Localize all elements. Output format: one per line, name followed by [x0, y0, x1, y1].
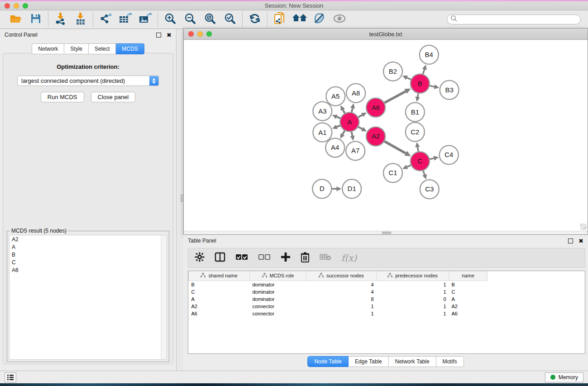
graph-node-C[interactable]: C — [411, 152, 430, 171]
zoom-out-button[interactable] — [183, 13, 197, 26]
svg-text:B4: B4 — [425, 51, 433, 58]
zoom-in-button[interactable] — [163, 13, 177, 26]
network-from-selection-button[interactable] — [273, 13, 287, 26]
zoom-selected-button[interactable] — [223, 13, 237, 26]
table-row[interactable]: Adominator80A — [189, 295, 488, 303]
network-window-titlebar[interactable]: testGlobe.txt — [184, 29, 588, 40]
tab-network[interactable]: Network — [32, 43, 64, 54]
graph-node-A[interactable]: A — [340, 113, 359, 132]
mcds-result-list[interactable]: A2ABCA6 — [9, 235, 167, 360]
table-row[interactable]: Cdominator41C — [189, 288, 488, 295]
home-button[interactable] — [293, 13, 306, 26]
graph-node-C4[interactable]: C4 — [440, 145, 459, 164]
graph-node-B1[interactable]: B1 — [406, 103, 425, 122]
graph-node-B[interactable]: B — [411, 74, 430, 93]
graph-node-B3[interactable]: B3 — [440, 81, 459, 100]
column-header-shared-name[interactable]: shared name — [189, 271, 250, 281]
graph-node-A5[interactable]: A5 — [326, 87, 345, 106]
table-cell: 1 — [377, 288, 449, 295]
float-panel-icon[interactable] — [156, 33, 161, 38]
control-panel-title: Control Panel — [5, 32, 38, 38]
column-view-icon — [215, 252, 225, 264]
graph-node-C1[interactable]: C1 — [383, 163, 402, 182]
table-cell: dominator — [250, 281, 306, 288]
tab-network-table[interactable]: Network Table — [389, 356, 436, 367]
result-item[interactable]: A6 — [10, 266, 167, 274]
graph-node-C3[interactable]: C3 — [420, 180, 439, 199]
dropdown-stepper-icon — [149, 76, 158, 86]
delete-column-button[interactable] — [301, 252, 310, 264]
export-network-button[interactable] — [99, 13, 112, 26]
zoom-fit-button[interactable] — [203, 13, 217, 26]
column-header-successor-nodes[interactable]: successor nodes — [306, 271, 377, 281]
graph-node-C2[interactable]: C2 — [406, 123, 425, 142]
window-resize-grip[interactable] — [580, 224, 587, 230]
table-row[interactable]: Bdominator41B — [189, 281, 488, 288]
add-column-button[interactable] — [281, 252, 291, 264]
node-table: shared nameMCDS rolesuccessor nodesprede… — [188, 271, 585, 354]
close-panel-icon[interactable]: ✖ — [167, 32, 172, 38]
memory-button[interactable]: Memory — [545, 372, 583, 382]
float-table-panel-icon[interactable] — [568, 238, 573, 243]
tab-motifs[interactable]: Motifs — [436, 356, 464, 367]
save-session-button[interactable] — [29, 13, 43, 26]
import-network-button[interactable] — [54, 13, 67, 26]
delete-column-icon — [301, 252, 310, 264]
import-table-button[interactable] — [74, 13, 87, 26]
criterion-dropdown[interactable]: largest connected component (directed) — [17, 76, 159, 86]
settings-button[interactable] — [195, 252, 205, 264]
export-image-button[interactable] — [139, 13, 152, 26]
close-table-panel-icon[interactable]: ✖ — [578, 238, 583, 244]
result-item[interactable]: A2 — [10, 235, 167, 243]
graph-node-A1[interactable]: A1 — [313, 123, 332, 142]
close-panel-button[interactable]: Close panel — [91, 92, 136, 102]
graph-node-B2[interactable]: B2 — [383, 62, 402, 81]
refresh-button[interactable] — [248, 13, 262, 26]
show-graphics-button[interactable] — [333, 13, 346, 26]
run-mcds-button[interactable]: Run MCDS — [41, 92, 84, 102]
graph-node-A6[interactable]: A6 — [366, 98, 385, 117]
table-toolbar: f(x) — [188, 248, 585, 268]
task-history-button[interactable] — [5, 372, 16, 382]
network-horizontal-scrollbar[interactable] — [184, 231, 588, 234]
table-row[interactable]: A6connector11A6 — [189, 310, 488, 317]
tab-select[interactable]: Select — [89, 43, 116, 54]
graph-node-A4[interactable]: A4 — [325, 138, 344, 157]
result-list-scrollbar[interactable] — [161, 235, 167, 359]
column-header-MCDS-role[interactable]: MCDS role — [250, 271, 306, 281]
svg-text:A: A — [347, 118, 352, 126]
column-view-button[interactable] — [215, 252, 225, 264]
column-header-name[interactable]: name — [449, 271, 488, 281]
column-header-predecessor-nodes[interactable]: predecessor nodes — [377, 271, 449, 281]
table-cell: 1 — [377, 303, 449, 310]
tab-node-table[interactable]: Node Table — [307, 356, 349, 367]
export-table-button[interactable] — [119, 13, 132, 26]
graph-node-D[interactable]: D — [312, 179, 331, 198]
search-input[interactable] — [458, 15, 580, 24]
svg-text:B1: B1 — [411, 108, 419, 116]
toolbar-group — [158, 10, 242, 29]
graph-node-B4[interactable]: B4 — [420, 45, 439, 64]
tab-edge-table[interactable]: Edge Table — [349, 356, 389, 367]
network-canvas[interactable]: B4B2BB3A8A5A6A3B1AC2A1A2A4A7C4CC1DD1C3 — [184, 40, 588, 231]
select-all-button[interactable] — [235, 253, 248, 262]
tab-style[interactable]: Style — [64, 43, 89, 54]
table-row[interactable]: A2connector11A2 — [189, 303, 488, 310]
search-field[interactable] — [447, 14, 581, 24]
graph-node-D1[interactable]: D1 — [342, 179, 361, 198]
graph-node-A7[interactable]: A7 — [346, 141, 365, 160]
table-cell: A — [449, 295, 488, 303]
tab-mcds[interactable]: MCDS — [116, 43, 144, 54]
result-item[interactable]: C — [10, 258, 167, 266]
graph-node-A2[interactable]: A2 — [366, 127, 385, 146]
graph-node-A3[interactable]: A3 — [313, 102, 332, 121]
svg-text:C2: C2 — [411, 128, 419, 136]
app-titlebar: Session: New Session — [0, 1, 588, 10]
open-file-button[interactable] — [9, 13, 23, 26]
scrollbar-thumb[interactable] — [382, 232, 391, 234]
result-item[interactable]: A — [10, 243, 167, 251]
hide-labels-button[interactable] — [313, 13, 326, 26]
graph-node-A8[interactable]: A8 — [346, 84, 365, 103]
result-item[interactable]: B — [10, 251, 167, 258]
deselect-all-button[interactable] — [258, 253, 271, 262]
